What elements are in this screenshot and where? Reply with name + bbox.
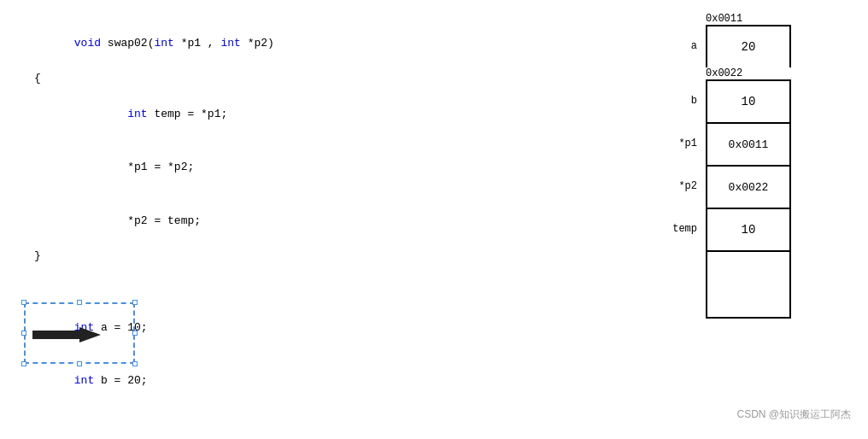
memory-diagram: 0x0011 a 20 0x0022 b 10 *p1 0x0011 <box>612 13 800 319</box>
cell-b: 10 <box>706 79 791 122</box>
cell-empty <box>706 250 791 319</box>
code-line-2: { <box>34 70 402 88</box>
handle-tl <box>21 300 26 305</box>
label-p2: *p2 <box>663 180 697 192</box>
row-b: b 10 <box>663 79 800 122</box>
row-p2: *p2 0x0022 <box>663 165 800 208</box>
code-line-3: int temp = *p1; <box>34 88 402 141</box>
addr-0x0011: 0x0011 <box>706 13 800 25</box>
code-line-6: } <box>34 248 402 266</box>
code-line-10: int b = 20; <box>34 354 402 407</box>
watermark: CSDN @知识搬运工阿杰 <box>736 407 851 422</box>
label-p1: *p1 <box>663 138 697 149</box>
addr-0x0022: 0x0022 <box>706 67 800 79</box>
row-empty <box>663 250 800 319</box>
code-line-8 <box>34 284 402 301</box>
code-line-12: //2、地址传递 <box>34 425 402 439</box>
row-temp: temp 10 <box>663 208 800 250</box>
main-container: void swap02(int *p1 , int *p2) { int tem… <box>0 0 868 439</box>
label-a: a <box>663 40 697 52</box>
row-p1: *p1 0x0011 <box>663 122 800 165</box>
code-line-7 <box>34 266 402 284</box>
label-temp: temp <box>663 223 697 235</box>
arrow-icon <box>32 326 101 343</box>
code-line-5: *p2 = temp; <box>34 195 402 248</box>
code-panel: void swap02(int *p1 , int *p2) { int tem… <box>17 9 410 430</box>
cell-p2: 0x0022 <box>706 165 791 208</box>
svg-marker-0 <box>32 327 101 342</box>
code-line-11 <box>34 408 402 426</box>
cell-temp: 10 <box>706 208 791 250</box>
handle-ml <box>21 331 26 336</box>
handle-bl <box>21 361 26 366</box>
code-line-1: void swap02(int *p1 , int *p2) <box>34 17 402 70</box>
label-b: b <box>663 95 697 107</box>
cell-a: 20 <box>706 25 791 67</box>
code-line-4: *p1 = *p2; <box>34 142 402 195</box>
row-a: a 20 <box>663 25 800 67</box>
cell-p1: 0x0011 <box>706 122 791 165</box>
